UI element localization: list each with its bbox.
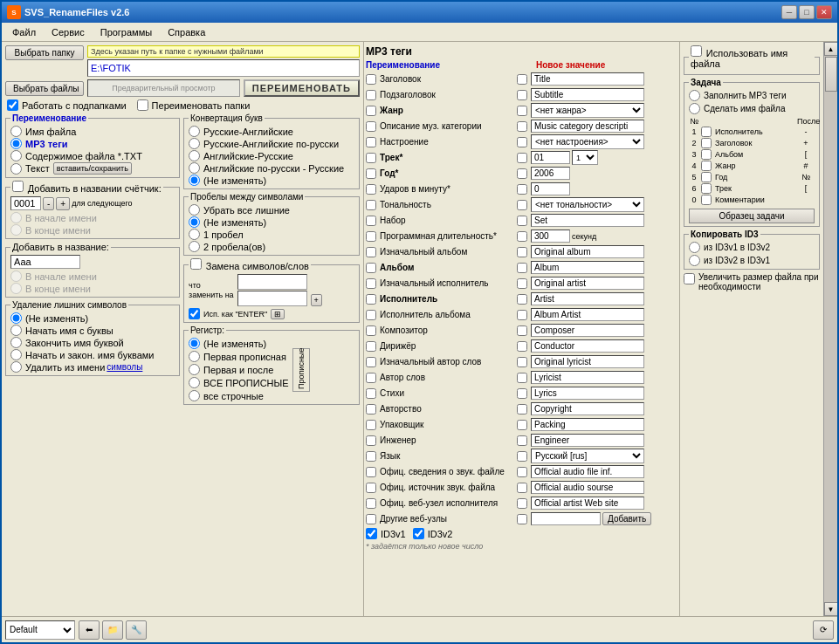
conv-en-ru2[interactable]: Английские по-русски - Русские [189, 162, 354, 174]
tag-check-set[interactable] [366, 216, 376, 226]
tag-newval-check-orig-album[interactable] [517, 247, 527, 257]
increase-size-check-label[interactable]: Увеличить размер файла при необходимости [684, 272, 820, 291]
remove-nochange[interactable]: (Не изменять) [10, 312, 175, 324]
replace-what-input[interactable] [237, 274, 307, 290]
insert-save-button[interactable]: вставить/сохранить [53, 162, 132, 175]
rename-filename-radio[interactable]: Имя файла [10, 126, 175, 137]
tag-check-mood[interactable] [366, 137, 376, 147]
tag-input-other-web[interactable] [531, 512, 601, 525]
id3v2-checkbox[interactable] [413, 528, 424, 539]
add-value-input[interactable] [10, 255, 80, 269]
counter-plus[interactable]: + [56, 197, 70, 210]
tag-check-audio-source[interactable] [366, 483, 376, 493]
tag-check-language[interactable] [366, 451, 376, 462]
tag-newval-check-orig-lyricist[interactable] [517, 357, 527, 367]
replace-add-button[interactable]: + [311, 294, 322, 306]
tag-newval-check-album[interactable] [517, 263, 527, 273]
id3v2-check-label[interactable]: ID3v2 [413, 528, 453, 539]
tag-select-key[interactable]: <нет тональности> [531, 197, 644, 212]
tag-select-genre[interactable]: <нет жанра> [531, 103, 644, 118]
tag-check-genre[interactable] [366, 106, 376, 116]
remove-start-end[interactable]: Начать и закон. имя буквами [10, 349, 175, 360]
spaces-remove[interactable]: Убрать все лишние [189, 204, 354, 216]
tag-check-album[interactable] [366, 263, 376, 273]
tag-newval-check-lyrics[interactable] [517, 388, 527, 399]
tag-input-engineer[interactable] [531, 434, 644, 447]
add-tag-button[interactable]: Добавить [602, 512, 651, 525]
tag-newval-check-album-artist[interactable] [517, 310, 527, 320]
tag-newval-check-audio-file-info[interactable] [517, 467, 527, 477]
spaces-two[interactable]: 2 пробела(ов) [189, 241, 354, 252]
order-check-2[interactable] [701, 138, 712, 148]
copy-id3-v1-v2-radio[interactable]: из ID3v1 в ID3v2 [689, 242, 815, 253]
tag-newval-check-track[interactable] [517, 153, 527, 163]
tag-select-track[interactable]: 1 [572, 150, 598, 165]
conv-en-ru[interactable]: Английские-Русские [189, 150, 354, 161]
tag-newval-check-composer[interactable] [517, 325, 527, 336]
tag-input-orig-artist[interactable] [531, 277, 644, 290]
menu-service[interactable]: Сервис [45, 25, 92, 39]
reg-all-caps[interactable]: ВСЕ ПРОПИСНЫЕ [189, 377, 289, 388]
spaces-nochange[interactable]: (Не изменять) [189, 216, 354, 228]
tag-newval-check-year[interactable] [517, 168, 527, 179]
tag-check-audio-file-info[interactable] [366, 467, 376, 477]
make-filename-radio[interactable]: Сделать имя файла [689, 103, 815, 114]
tag-check-subtitle[interactable] [366, 90, 376, 100]
counter-value[interactable] [10, 196, 41, 210]
menu-programs[interactable]: Программы [93, 25, 159, 39]
tag-input-track[interactable] [531, 151, 570, 164]
tag-check-orig-album[interactable] [366, 247, 376, 257]
symbols-link[interactable]: символы [107, 362, 142, 372]
tag-newval-check-lyricist[interactable] [517, 373, 527, 383]
tag-newval-check-language[interactable] [517, 451, 527, 462]
tag-input-copyright[interactable] [531, 402, 644, 415]
tag-newval-check-artist-web[interactable] [517, 498, 527, 509]
tag-check-key[interactable] [366, 200, 376, 210]
order-check-0[interactable] [701, 195, 712, 205]
use-filename-checkbox[interactable] [691, 45, 702, 57]
tag-check-title[interactable] [366, 74, 376, 85]
fill-mp3-radio[interactable]: Заполнить MP3 теги [689, 90, 815, 101]
tag-check-conductor[interactable] [366, 341, 376, 352]
bottom-dropdown[interactable]: Default [5, 620, 75, 640]
tag-newval-check-mood[interactable] [517, 137, 527, 147]
remove-start-letter[interactable]: Начать имя с буквы [10, 325, 175, 336]
tag-check-duration[interactable] [366, 231, 376, 242]
tag-check-orig-artist[interactable] [366, 278, 376, 289]
tag-select-mood[interactable]: <нет настроения> [531, 134, 644, 149]
reg-nochange[interactable]: (Не изменять) [189, 338, 289, 349]
tag-check-other-web[interactable] [366, 514, 376, 524]
replace-extra-button[interactable]: ⊞ [271, 309, 285, 319]
bottom-icon-btn-2[interactable]: 📁 [102, 620, 123, 640]
remove-end-letter[interactable]: Закончить имя буквой [10, 337, 175, 348]
scroll-track[interactable] [824, 56, 838, 602]
tag-input-album[interactable] [531, 261, 644, 274]
rename-button[interactable]: ПЕРЕИМЕНОВАТЬ [244, 79, 360, 97]
tag-check-packing[interactable] [366, 420, 376, 430]
tag-newval-check-duration[interactable] [517, 231, 527, 242]
tag-input-set[interactable] [531, 214, 644, 227]
select-files-button[interactable]: Выбрать файлы [5, 81, 84, 96]
order-check-1[interactable] [701, 127, 712, 137]
sample-task-button[interactable]: Образец задачи [689, 209, 815, 223]
reg-all-lower[interactable]: все строчные [189, 390, 289, 401]
rename-txt-radio[interactable]: Содержимое файла *.TXT [10, 150, 175, 161]
tag-input-subtitle[interactable] [531, 88, 644, 101]
spaces-one[interactable]: 1 пробел [189, 229, 354, 240]
tag-input-artist-web[interactable] [531, 497, 644, 510]
tag-newval-check-artist[interactable] [517, 294, 527, 305]
tag-check-artist-web[interactable] [366, 498, 376, 509]
tag-check-lyricist[interactable] [366, 373, 376, 383]
order-check-5[interactable] [701, 172, 712, 182]
counter-begin-radio[interactable]: В начале имени [10, 212, 175, 223]
tag-input-conductor[interactable] [531, 339, 644, 353]
tag-check-bpm[interactable] [366, 184, 376, 195]
tag-newval-check-orig-artist[interactable] [517, 278, 527, 289]
tag-newval-check-title[interactable] [517, 74, 527, 85]
tag-input-bpm[interactable] [531, 182, 570, 195]
id3v1-check-label[interactable]: ID3v1 [366, 528, 406, 539]
use-enter-check[interactable]: Исп. как "ENTER" ⊞ [189, 308, 354, 319]
tag-newval-check-bpm[interactable] [517, 184, 527, 195]
close-button[interactable]: ✕ [816, 5, 832, 19]
scroll-up-button[interactable]: ▲ [824, 42, 838, 56]
